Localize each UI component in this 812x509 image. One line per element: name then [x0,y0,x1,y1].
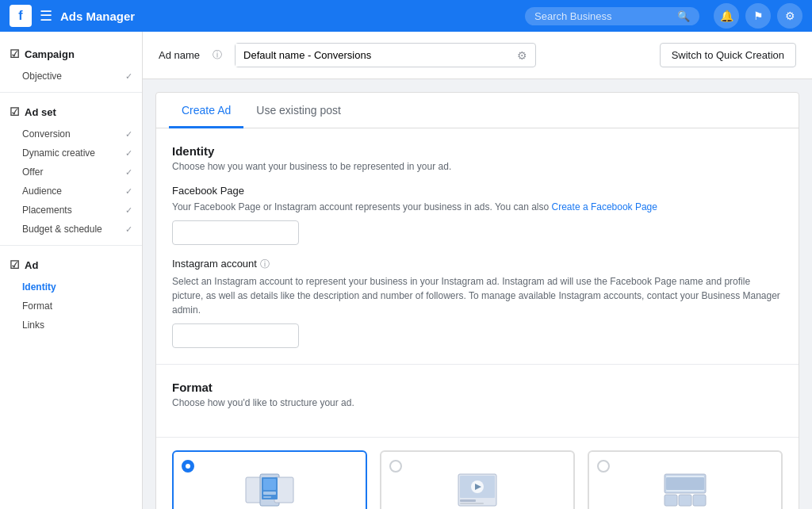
svg-rect-12 [460,503,484,504]
facebook-page-label: Facebook Page [172,185,783,197]
sidebar-divider-2 [0,245,142,246]
sidebar-item-conversion[interactable]: Conversion ✓ [0,124,142,144]
instagram-info-icon: ⓘ [260,258,270,270]
sidebar: ☑ Campaign Objective ✓ ☑ Ad set Conversi… [0,32,143,509]
topnav-actions: 🔔 ⚑ ⚙ [714,3,802,29]
collection-icon [660,471,710,509]
search-input[interactable] [534,10,672,22]
ad-card: Create Ad Use existing post Identity Cho… [155,92,799,509]
sidebar-divider-1 [0,92,142,93]
campaign-checkbox-icon: ☑ [10,48,20,60]
format-collection-option[interactable]: Collection A group of items that opens i… [588,450,783,509]
format-subtitle: Choose how you'd like to structure your … [172,397,783,408]
topnav-title: Ads Manager [60,10,135,23]
sidebar-item-dynamic-creative[interactable]: Dynamic creative ✓ [0,144,142,163]
fb-logo: f [10,5,32,27]
sidebar-item-placements[interactable]: Placements ✓ [0,201,142,220]
ad-name-info-icon: ⓘ [213,48,222,62]
sidebar-ad-header: ☑ Ad [0,252,142,277]
ad-name-label: Ad name [159,49,200,61]
svg-rect-15 [665,495,677,506]
svg-rect-11 [460,499,476,502]
sidebar-adset-label: Ad set [25,106,56,118]
search-bar[interactable]: 🔍 [525,7,699,25]
ad-name-input[interactable] [236,44,509,67]
placements-check-icon: ✓ [125,205,132,216]
audience-check-icon: ✓ [125,186,132,197]
sidebar-item-audience[interactable]: Audience ✓ [0,182,142,201]
instagram-account-input[interactable] [172,323,299,348]
collection-radio [597,460,610,473]
single-radio [389,460,402,473]
format-carousel-option[interactable]: Carousel Two or more scrollable images o… [172,450,367,509]
sidebar-adset-header: ☑ Ad set [0,99,142,124]
svg-rect-4 [263,479,276,490]
objective-check-icon: ✓ [125,71,132,82]
content-area: Create Ad Use existing post Identity Cho… [143,79,812,509]
facebook-page-desc: Your Facebook Page or Instagram account … [172,200,783,214]
search-icon: 🔍 [677,10,690,22]
ad-checkbox-icon: ☑ [10,258,20,271]
sidebar-adset-section: ☑ Ad set Conversion ✓ Dynamic creative ✓… [0,99,142,239]
ad-name-gear-icon[interactable]: ⚙ [509,44,535,67]
budget-check-icon: ✓ [125,224,132,235]
conversion-check-icon: ✓ [125,129,132,140]
format-section: Format Choose how you'd like to structur… [156,365,799,438]
sidebar-item-format[interactable]: Format [0,297,142,316]
sidebar-campaign-section: ☑ Campaign Objective ✓ [0,41,142,86]
sidebar-item-offer[interactable]: Offer ✓ [0,163,142,182]
notifications-button[interactable]: 🔔 [714,3,739,29]
sidebar-item-identity[interactable]: Identity [0,277,142,297]
carousel-icon [244,471,295,509]
sidebar-ad-label: Ad [25,259,38,271]
hamburger-icon[interactable]: ☰ [40,7,52,25]
main-content: Ad name ⓘ ⚙ Switch to Quick Creation Cre… [143,32,812,509]
carousel-radio [182,460,194,473]
ad-name-row: Ad name ⓘ ⚙ Switch to Quick Creation [143,32,812,79]
dynamic-check-icon: ✓ [125,148,132,159]
sidebar-campaign-header: ☑ Campaign [0,41,142,67]
svg-rect-18 [666,477,704,490]
svg-rect-5 [263,492,276,495]
topnav: f ☰ Ads Manager 🔍 🔔 ⚑ ⚙ [0,0,812,32]
format-title: Format [172,381,783,394]
switch-to-quick-creation-button[interactable]: Switch to Quick Creation [660,43,796,67]
settings-button[interactable]: ⚙ [777,3,802,29]
facebook-page-input[interactable] [172,220,299,245]
instagram-label: Instagram account ⓘ [172,258,783,271]
instagram-desc: Select an Instagram account to represent… [172,274,783,317]
sidebar-ad-section: ☑ Ad Identity Format Links [0,252,142,335]
flag-button[interactable]: ⚑ [745,3,771,29]
format-single-option[interactable]: Single image or video One image or video… [380,450,575,509]
format-options: Carousel Two or more scrollable images o… [156,438,799,509]
offer-check-icon: ✓ [125,167,132,178]
sidebar-item-objective[interactable]: Objective ✓ [0,67,142,86]
ad-name-input-wrap: ⚙ [235,43,536,67]
svg-rect-6 [263,496,271,498]
single-icon [452,471,503,509]
tab-use-existing-post[interactable]: Use existing post [243,93,354,128]
svg-rect-16 [679,495,691,506]
adset-checkbox-icon: ☑ [10,105,20,118]
sidebar-item-links[interactable]: Links [0,316,142,335]
identity-section: Identity Choose how you want your busine… [156,128,799,365]
tabs-bar: Create Ad Use existing post [156,93,799,128]
identity-title: Identity [172,144,783,158]
identity-subtitle: Choose how you want your business to be … [172,161,783,172]
sidebar-item-budget-schedule[interactable]: Budget & schedule ✓ [0,220,142,239]
create-facebook-page-link[interactable]: Create a Facebook Page [552,201,657,212]
svg-rect-17 [693,495,706,506]
tab-create-ad[interactable]: Create Ad [169,93,243,128]
sidebar-campaign-label: Campaign [25,48,75,60]
